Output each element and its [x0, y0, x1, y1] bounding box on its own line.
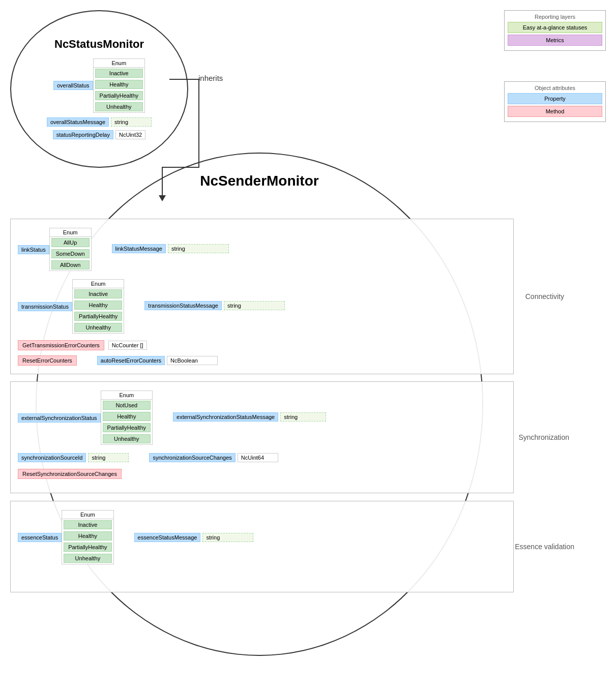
external-sync-status-attr: externalSynchronizationStatus Enum NotUs… [18, 391, 153, 445]
enum-inactive: Inactive [95, 69, 143, 78]
transmission-enum-header: Enum [73, 280, 124, 288]
sync-enum-unhealthy: Unhealthy [103, 434, 151, 443]
synchronization-label: Synchronization [518, 433, 569, 441]
sync-enum-notused: NotUsed [103, 401, 151, 410]
synchronization-section: Synchronization externalSynchronizationS… [10, 381, 514, 493]
link-enum-somedown: SomeDown [51, 249, 90, 258]
essence-enum-unhealthy: Unhealthy [64, 554, 111, 563]
legend-item-metrics: Metrics [508, 35, 602, 46]
essence-enum-inactive: Inactive [64, 520, 111, 529]
link-status-message-value: string [168, 244, 229, 253]
sync-source-row: synchronizationSourceId string synchroni… [18, 452, 506, 464]
arrow-head [159, 195, 166, 201]
status-reporting-delay-value: NcUint32 [115, 130, 145, 139]
get-transmission-error-counters-btn[interactable]: GetTransmissionErrorCounters [18, 340, 104, 350]
sync-source-id-attr: synchronizationSourceId string [18, 453, 129, 462]
essence-status-attr: essenceStatus Enum Inactive Healthy Part… [18, 510, 114, 564]
nc-counter-value: NcCounter [] [108, 341, 147, 350]
overall-status-message-row: overallStatusMessage string [47, 117, 152, 127]
external-sync-message-value: string [280, 412, 326, 422]
essence-enum-partially: PartiallyHealthy [64, 543, 111, 552]
essence-section: Essence validation essenceStatus Enum In… [10, 501, 514, 592]
overall-status-row: overallStatus Enum Inactive Healthy Part… [53, 58, 145, 113]
link-status-message-attr: linkStatusMessage string [112, 244, 229, 253]
legend-item-method: Method [508, 106, 602, 117]
transmission-status-label: transmissionStatus [18, 302, 72, 311]
nc-status-monitor-circle: NcStatusMonitor overallStatus Enum Inact… [10, 10, 188, 168]
overall-status-label: overallStatus [53, 81, 93, 90]
essence-status-label: essenceStatus [18, 533, 62, 542]
overall-status-enum-header: Enum [94, 59, 144, 68]
transmission-status-enum: Enum Inactive Healthy PartiallyHealthy U… [72, 279, 124, 334]
nc-sender-monitor-title: NcSenderMonitor [76, 173, 443, 189]
h-line-bottom [162, 167, 199, 168]
reset-row: ResetErrorCounters autoResetErrorCounter… [18, 354, 506, 367]
reset-sync-row: ResetSynchronizationSourceChanges [18, 469, 506, 479]
sync-source-id-label: synchronizationSourceId [18, 453, 86, 462]
link-status-row: linkStatus Enum AllUp SomeDown AllDown l… [18, 226, 506, 273]
legend2-title: Object attributes [508, 85, 602, 91]
external-sync-enum: Enum NotUsed Healthy PartiallyHealthy Un… [101, 391, 153, 445]
sync-source-changes-label: synchronizationSourceChanges [149, 453, 235, 462]
essence-status-enum: Enum Inactive Healthy PartiallyHealthy U… [62, 510, 113, 564]
link-status-label: linkStatus [18, 245, 49, 254]
link-status-enum-header: Enum [50, 228, 91, 237]
essence-label: Essence validation [515, 543, 574, 551]
nc-status-monitor-title: NcStatusMonitor [54, 38, 144, 51]
connectivity-section: Connectivity linkStatus Enum AllUp SomeD… [10, 219, 514, 374]
enum-partially-healthy: PartiallyHealthy [95, 91, 143, 100]
sync-source-id-value: string [88, 453, 129, 462]
get-transmission-error-counters: GetTransmissionErrorCounters NcCounter [… [18, 340, 147, 350]
link-status-message-label: linkStatusMessage [112, 244, 166, 253]
object-attributes-legend: Object attributes Property Method [504, 81, 606, 122]
legend1-title: Reporting layers [508, 14, 602, 20]
enum-unhealthy: Unhealthy [95, 102, 143, 111]
external-sync-enum-header: Enum [101, 391, 152, 400]
enum-healthy: Healthy [95, 80, 143, 89]
transmission-status-message-attr: transmissionStatusMessage string [144, 301, 285, 310]
essence-status-row: essenceStatus Enum Inactive Healthy Part… [18, 508, 506, 566]
transmission-status-attr: transmissionStatus Enum Inactive Healthy… [18, 279, 124, 334]
auto-reset-value: NcBoolean [167, 356, 218, 365]
trans-enum-healthy: Healthy [74, 301, 122, 310]
transmission-status-message-value: string [224, 301, 285, 310]
reset-sync-btn[interactable]: ResetSynchronizationSourceChanges [18, 469, 122, 479]
external-sync-status-row: externalSynchronizationStatus Enum NotUs… [18, 389, 506, 446]
essence-status-message-label: essenceStatusMessage [134, 533, 201, 542]
inherits-label: inherits [198, 74, 223, 82]
trans-enum-inactive: Inactive [74, 289, 122, 298]
external-sync-message-attr: externalSynchronizationStatusMessage str… [173, 412, 326, 422]
auto-reset-label: autoResetErrorCounters [97, 356, 165, 365]
essence-enum-header: Enum [62, 511, 113, 519]
status-reporting-delay-row: statusReportingDelay NcUint32 [53, 130, 145, 139]
status-reporting-delay-label: statusReportingDelay [53, 130, 113, 139]
link-status-attr: linkStatus Enum AllUp SomeDown AllDown [18, 228, 92, 271]
sync-enum-partially: PartiallyHealthy [103, 423, 151, 432]
sync-source-changes-value: NcUint64 [238, 453, 278, 462]
essence-status-message-value: string [202, 533, 253, 542]
main-canvas: Reporting layers Easy at-a-glance status… [0, 0, 616, 690]
error-counters-row: GetTransmissionErrorCounters NcCounter [… [18, 340, 506, 350]
essence-status-message-attr: essenceStatusMessage string [134, 533, 254, 542]
link-enum-alldown: AllDown [51, 260, 90, 269]
link-status-enum: Enum AllUp SomeDown AllDown [49, 228, 92, 271]
reset-error-counters-btn[interactable]: ResetErrorCounters [18, 355, 77, 366]
overall-status-enum: Enum Inactive Healthy PartiallyHealthy U… [93, 58, 145, 113]
transmission-status-message-label: transmissionStatusMessage [144, 301, 222, 310]
legend-item-property: Property [508, 93, 602, 104]
link-enum-allup: AllUp [51, 238, 90, 247]
essence-enum-healthy: Healthy [64, 531, 111, 541]
reporting-layers-legend: Reporting layers Easy at-a-glance status… [504, 10, 606, 51]
legend-item-easy-statuses: Easy at-a-glance statuses [508, 22, 602, 33]
sync-enum-healthy: Healthy [103, 412, 151, 421]
trans-enum-partially: PartiallyHealthy [74, 312, 122, 321]
overall-status-message-label: overallStatusMessage [47, 117, 109, 127]
external-sync-label: externalSynchronizationStatus [18, 413, 101, 423]
overall-status-message-value: string [111, 117, 152, 127]
sync-source-changes-attr: synchronizationSourceChanges NcUint64 [149, 453, 278, 462]
h-line-top [169, 79, 200, 80]
v-line-right [198, 79, 199, 168]
external-sync-message-label: externalSynchronizationStatusMessage [173, 412, 278, 422]
trans-enum-unhealthy: Unhealthy [74, 323, 122, 332]
auto-reset-error-counters-attr: autoResetErrorCounters NcBoolean [97, 356, 218, 365]
